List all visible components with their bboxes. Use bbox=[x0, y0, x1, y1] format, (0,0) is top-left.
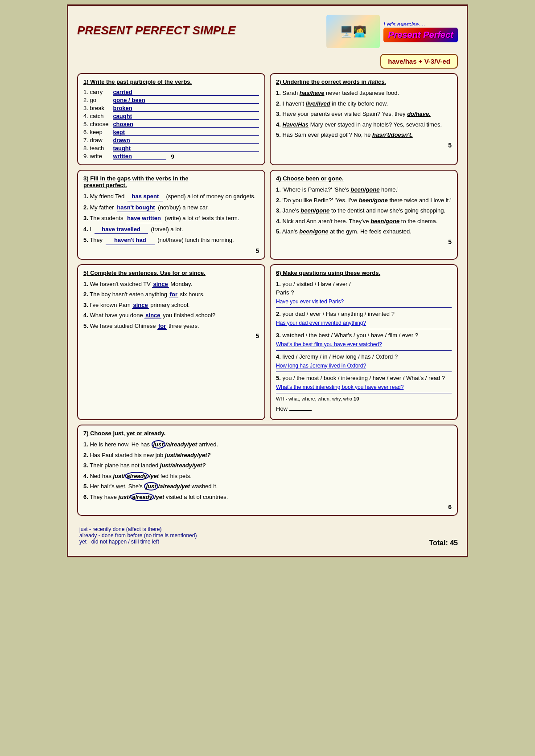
footer-note1: just - recently done (affect is there) bbox=[79, 526, 197, 532]
s5-item4: 4. What have you done since you finished… bbox=[83, 311, 259, 320]
section5-box: 5) Complete the sentences. Use for or si… bbox=[77, 264, 265, 421]
s3-item3: 3. The students have written (write) a l… bbox=[83, 214, 259, 223]
s3-answer2: hasn't bought bbox=[117, 203, 155, 212]
section3-title: 3) Fill in the gaps with the verbs in th… bbox=[83, 175, 259, 188]
title-area: PRESENT PERFECT SIMPLE bbox=[77, 15, 235, 37]
footer-note3: yet - did not happen / still time left bbox=[79, 539, 197, 545]
section7-box: 7) Choose just, yet or already. 1. He is… bbox=[77, 425, 458, 516]
s6-item4: 4. lived / Jeremy / in / How long / has … bbox=[276, 352, 452, 370]
s6-how: How bbox=[276, 405, 452, 413]
s6-answer2: Has your dad ever invented anything? bbox=[276, 320, 366, 326]
s3-item2: 2. My father hasn't bought (not/buy) a n… bbox=[83, 203, 259, 212]
s5-item5: 5. We have studied Chinese for three yea… bbox=[83, 322, 259, 331]
s3-item1: 1. My friend Ted has spent (spend) a lot… bbox=[83, 192, 259, 201]
verb-answer-1: carried bbox=[113, 89, 259, 96]
s3-answer1: has spent bbox=[128, 192, 163, 201]
section7-title: 7) Choose just, yet or already. bbox=[83, 430, 452, 437]
s5-item2: 2. The boy hasn't eaten anything for six… bbox=[83, 290, 259, 299]
s4-item4: 4. Nick and Ann aren't here. They've bee… bbox=[276, 217, 452, 226]
section5-score: 5 bbox=[83, 332, 259, 339]
verb-answer-9: written bbox=[113, 153, 166, 160]
s6-item2: 2. your dad / ever / Has / anything / in… bbox=[276, 310, 452, 327]
s3-answer5: haven't had bbox=[106, 236, 155, 245]
section4-score: 5 bbox=[276, 238, 452, 245]
section1-title: 1) Write the past participle of the verb… bbox=[83, 78, 259, 85]
s4-item1: 1. 'Where is Pamela?' 'She's been/gone h… bbox=[276, 185, 452, 194]
s3-answer3: have written bbox=[126, 214, 162, 223]
s6-wh-note: WH - what, where, when, why, who 10 bbox=[276, 395, 452, 403]
footer: just - recently done (affect is there) a… bbox=[77, 519, 458, 547]
logo-text: Present Perfect bbox=[388, 30, 453, 40]
header-area: PRESENT PERFECT SIMPLE 🖥️👩‍💻 Let's exerc… bbox=[77, 15, 458, 69]
s4-item2: 2. 'Do you like Berlin?' 'Yes. I've been… bbox=[276, 196, 452, 205]
present-perfect-logo: Present Perfect bbox=[383, 28, 458, 42]
formula-box: have/has + V-3/V-ed bbox=[380, 54, 458, 69]
s7-item4: 4. Ned has just/already/yet fed his pets… bbox=[83, 472, 452, 481]
verb-answer-5: chosen bbox=[113, 121, 259, 128]
header-right: 🖥️👩‍💻 Let's exercise.... Present Perfect… bbox=[326, 15, 458, 69]
verb-list: 1. carry carried 2. go gone / been 3. br… bbox=[83, 89, 259, 160]
verb-answer-3: broken bbox=[113, 105, 259, 112]
s2-item3: 3. Have your parents ever visited Spain?… bbox=[276, 110, 452, 119]
section4-title: 4) Choose been or gone. bbox=[276, 175, 452, 182]
s7-item3: 3. Their plane has not landed just/alrea… bbox=[83, 461, 452, 470]
s6-answer1: Have you ever visited Paris? bbox=[276, 298, 344, 305]
section4-box: 4) Choose been or gone. 1. 'Where is Pam… bbox=[270, 170, 458, 260]
verb-num-6: 6. keep bbox=[83, 129, 108, 136]
s7-item5: 5. Her hair's wet. She's just/already/ye… bbox=[83, 482, 452, 491]
s4-item3: 3. Jane's been/gone to the dentist and n… bbox=[276, 206, 452, 215]
section1-box: 1) Write the past participle of the verb… bbox=[77, 73, 265, 165]
s3-item5: 5. They haven't had (not/have) lunch thi… bbox=[83, 236, 259, 245]
s2-item1: 1. Sarah has/have never tasted Japanese … bbox=[276, 89, 452, 98]
verb-num-4: 4. catch bbox=[83, 113, 108, 120]
s6-score: 10 bbox=[354, 396, 359, 401]
top-grid: 1) Write the past participle of the verb… bbox=[77, 73, 458, 165]
verb-num-2: 2. go bbox=[83, 97, 108, 104]
s3-answer4: have travelled bbox=[95, 225, 148, 234]
footer-notes: just - recently done (affect is there) a… bbox=[77, 524, 199, 547]
s6-answer5: What's the most interesting book you hav… bbox=[276, 384, 403, 390]
lets-exercise-text: Let's exercise.... bbox=[383, 21, 458, 28]
middle-grid: 3) Fill in the gaps with the verbs in th… bbox=[77, 170, 458, 260]
s6-item5: 5. you / the most / book / interesting /… bbox=[276, 374, 452, 391]
verb-num-8: 8. teach bbox=[83, 145, 108, 152]
s6-answer3: What's the best film you have ever watch… bbox=[276, 341, 382, 347]
verb-answer-4: caught bbox=[113, 113, 259, 120]
verb-num-9: 9. write bbox=[83, 153, 108, 160]
s4-item5: 5. Alan's been/gone at the gym. He feels… bbox=[276, 227, 452, 236]
verb-answer-2: gone / been bbox=[113, 97, 259, 104]
s6-answer4: How long has Jeremy lived in Oxford? bbox=[276, 363, 366, 369]
section2-score: 5 bbox=[276, 142, 452, 149]
page-title: PRESENT PERFECT SIMPLE bbox=[77, 24, 235, 37]
page: PRESENT PERFECT SIMPLE 🖥️👩‍💻 Let's exerc… bbox=[67, 4, 468, 557]
section3-score: 5 bbox=[83, 247, 259, 254]
section2-box: 2) Underline the correct words in italic… bbox=[270, 73, 458, 165]
section3-box: 3) Fill in the gaps with the verbs in th… bbox=[77, 170, 265, 260]
section6-box: 6) Make questions using these words. 1. … bbox=[270, 264, 458, 421]
s7-item1: 1. He is here now. He has just/already/y… bbox=[83, 440, 452, 449]
logo-area: Let's exercise.... Present Perfect bbox=[383, 21, 458, 42]
s5-item1: 1. We haven't watched TV since Monday. bbox=[83, 280, 259, 289]
s2-item4: 4. Have/Has Mary ever stayed in any hote… bbox=[276, 120, 452, 129]
s7-item2: 2. Has Paul started his new job just/alr… bbox=[83, 451, 452, 460]
section6-title: 6) Make questions using these words. bbox=[276, 270, 452, 276]
s7-item6: 6. They have just/already/yet visited a … bbox=[83, 493, 452, 502]
section1-score: 9 bbox=[171, 153, 174, 160]
verb-answer-7: drawn bbox=[113, 137, 259, 144]
s2-item5: 5. Has Sam ever played golf? No, he hasn… bbox=[276, 131, 452, 139]
s6-item3: 3. watched / the best / What's / you / h… bbox=[276, 331, 452, 348]
verb-answer-6: kept bbox=[113, 129, 259, 136]
s3-item4: 4. I have travelled (travel) a lot. bbox=[83, 225, 259, 234]
footer-note2: already - done from before (no time is m… bbox=[79, 532, 197, 539]
total-score: Total: 45 bbox=[429, 539, 458, 547]
verb-num-3: 3. break bbox=[83, 105, 108, 112]
section7-score: 6 bbox=[83, 503, 452, 511]
s6-item1: 1. you / visited / Have / ever /Paris ? … bbox=[276, 280, 452, 306]
verb-answer-8: taught bbox=[113, 145, 259, 152]
header-image: 🖥️👩‍💻 bbox=[326, 15, 380, 48]
s2-item2: 2. I haven't live/lived in the city befo… bbox=[276, 99, 452, 108]
lower-grid: 5) Complete the sentences. Use for or si… bbox=[77, 264, 458, 421]
verb-num-1: 1. carry bbox=[83, 89, 108, 96]
section2-title: 2) Underline the correct words in italic… bbox=[276, 78, 452, 85]
section5-title: 5) Complete the sentences. Use for or si… bbox=[83, 270, 259, 276]
